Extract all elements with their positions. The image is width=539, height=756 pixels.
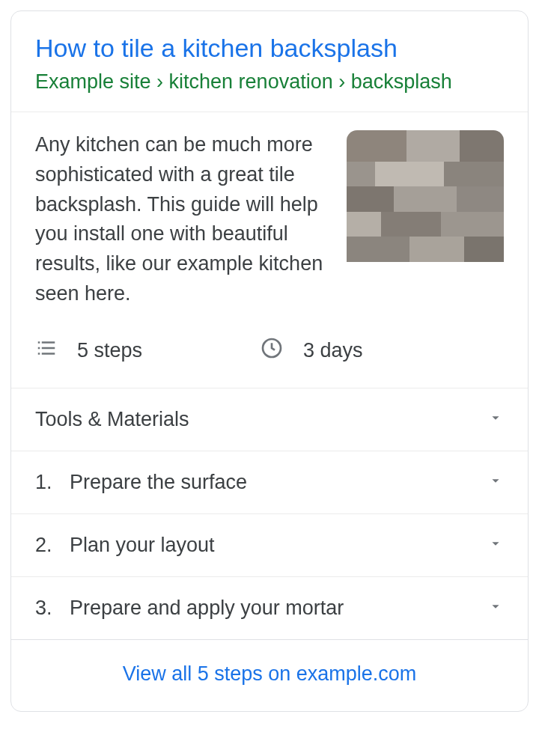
- step-number: 1.: [35, 471, 56, 494]
- step-label: Prepare the surface: [70, 471, 247, 494]
- chevron-down-icon: [487, 534, 504, 557]
- step-row-1[interactable]: 1. Prepare the surface: [11, 451, 528, 513]
- view-all-link[interactable]: View all 5 steps on example.com: [123, 662, 417, 685]
- chevron-down-icon: [487, 597, 504, 620]
- duration-label: 3 days: [303, 339, 363, 362]
- result-title[interactable]: How to tile a kitchen backsplash: [35, 32, 504, 64]
- step-row-3[interactable]: 3. Prepare and apply your mortar: [11, 576, 528, 639]
- step-label: Plan your layout: [70, 534, 215, 557]
- step-number: 2.: [35, 534, 56, 557]
- description-text: Any kitchen can be much more sophisticat…: [35, 130, 330, 310]
- chevron-down-icon: [487, 471, 504, 494]
- svg-rect-1: [42, 342, 55, 344]
- breadcrumb[interactable]: Example site › kitchen renovation › back…: [35, 69, 504, 95]
- svg-rect-4: [38, 353, 40, 356]
- svg-rect-5: [42, 353, 55, 356]
- list-icon: [35, 337, 58, 365]
- step-row-2[interactable]: 2. Plan your layout: [11, 513, 528, 576]
- header: How to tile a kitchen backsplash Example…: [11, 11, 528, 95]
- svg-rect-0: [38, 342, 40, 344]
- svg-rect-3: [42, 347, 55, 350]
- clock-icon: [260, 336, 284, 365]
- howto-card: How to tile a kitchen backsplash Example…: [10, 10, 529, 712]
- step-label: Prepare and apply your mortar: [70, 597, 344, 620]
- accordion-tools[interactable]: Tools & Materials: [11, 388, 528, 451]
- chevron-down-icon: [487, 408, 504, 431]
- summary-section: Any kitchen can be much more sophisticat…: [11, 112, 528, 331]
- svg-rect-2: [38, 347, 40, 350]
- steps-meta: 5 steps: [35, 337, 260, 365]
- accordion-label: Tools & Materials: [35, 408, 189, 431]
- step-number: 3.: [35, 597, 56, 620]
- meta-row: 5 steps 3 days: [11, 330, 528, 388]
- steps-label: 5 steps: [77, 339, 142, 362]
- footer: View all 5 steps on example.com: [11, 639, 528, 711]
- thumbnail-image[interactable]: [347, 130, 504, 287]
- duration-meta: 3 days: [260, 336, 363, 365]
